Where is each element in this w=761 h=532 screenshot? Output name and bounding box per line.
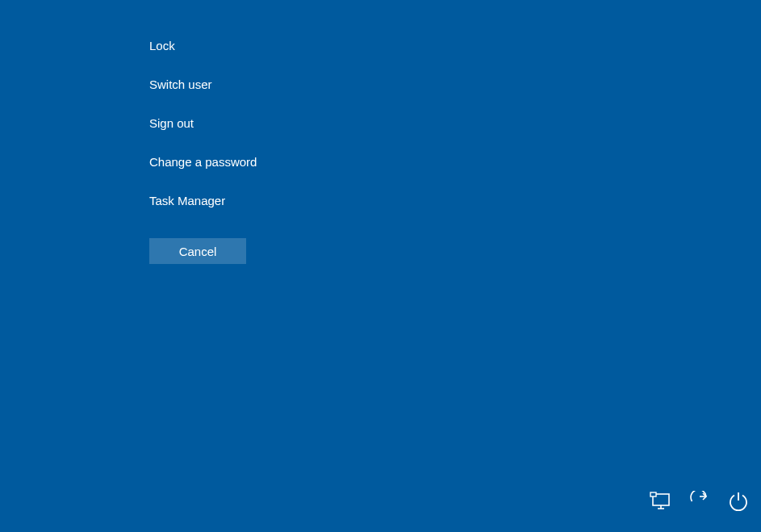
menu-item-sign-out[interactable]: Sign out bbox=[149, 115, 257, 132]
menu-item-lock[interactable]: Lock bbox=[149, 38, 257, 54]
svg-rect-3 bbox=[650, 492, 656, 496]
security-options-menu: Lock Switch user Sign out Change a passw… bbox=[149, 38, 257, 232]
menu-item-task-manager[interactable]: Task Manager bbox=[149, 193, 257, 209]
menu-item-change-password[interactable]: Change a password bbox=[149, 154, 257, 170]
menu-item-switch-user[interactable]: Switch user bbox=[149, 77, 257, 93]
ease-of-access-icon[interactable] bbox=[688, 490, 711, 513]
bottom-icon-bar bbox=[650, 490, 750, 513]
power-icon[interactable] bbox=[727, 490, 750, 513]
network-icon[interactable] bbox=[650, 490, 672, 513]
cancel-button[interactable]: Cancel bbox=[149, 238, 246, 264]
